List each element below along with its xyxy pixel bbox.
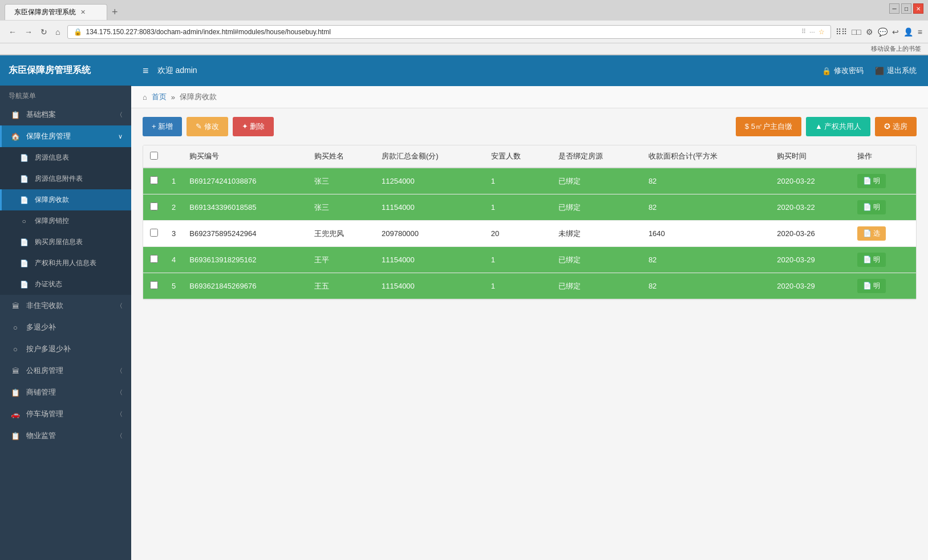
row-id: B691274241038876: [183, 168, 307, 194]
sidebar-item-cert-status[interactable]: 📄 办证状态: [0, 274, 131, 295]
logout-btn[interactable]: ⬛ 退出系统: [875, 66, 917, 76]
house-info-icon: 📄: [19, 154, 29, 162]
row-action-cell: 📄 明: [850, 194, 916, 221]
buy-house-icon: 📄: [19, 238, 29, 246]
minimize-btn[interactable]: ─: [889, 3, 899, 14]
maximize-btn[interactable]: □: [901, 3, 911, 14]
btn-select[interactable]: ✪ 选房: [875, 117, 917, 136]
sidebar-item-buy-house[interactable]: 📄 购买房屋信息表: [0, 232, 131, 253]
sidebar-item-property-share[interactable]: 📄 产权和共用人信息表: [0, 253, 131, 274]
sidebar-label-property-share: 产权和共用人信息表: [35, 258, 96, 268]
row-bound: 已绑定: [552, 273, 642, 299]
row-count: 1: [484, 194, 552, 221]
back-btn[interactable]: ←: [6, 26, 19, 38]
property-monitor-icon: 📋: [10, 432, 21, 440]
row-checkbox[interactable]: [150, 176, 158, 184]
delete-btn[interactable]: ✦ 删除: [233, 117, 274, 136]
url-text: 134.175.150.227:8083/docham-admin/index.…: [86, 28, 797, 36]
tab-title: 东臣保障房管理系统: [14, 7, 76, 17]
forward-btn[interactable]: →: [22, 26, 35, 38]
housing-submenu: 📄 房源信息表 📄 房源信息附件表 📄 保障房收款 ○ 保障房销控 📄 购买房屋…: [0, 147, 131, 295]
sidebar-item-house-payment[interactable]: 📄 保障房收款: [0, 189, 131, 210]
select-all-checkbox[interactable]: [150, 152, 158, 160]
row-checkbox[interactable]: [150, 229, 158, 237]
house-payment-icon: 📄: [19, 196, 29, 204]
row-area: 82: [642, 273, 770, 299]
row-num: 3: [165, 221, 183, 247]
menu-icon: ≡: [918, 27, 922, 36]
col-header-action: 操作: [850, 145, 916, 168]
sidebar-item-public-rental[interactable]: 🏛 公租房管理 〈: [0, 360, 131, 382]
col-header-amount: 房款汇总金额(分): [375, 145, 484, 168]
col-header-area: 收款面积合计(平方米: [642, 145, 770, 168]
sidebar-item-refund-per[interactable]: ○ 按户多退少补: [0, 338, 131, 360]
tools-icon: ⚙: [866, 27, 873, 36]
row-area: 82: [642, 247, 770, 273]
home-btn[interactable]: ⌂: [52, 26, 63, 38]
sidebar-label-refund: 多退少补: [26, 322, 56, 332]
menu-toggle-btn[interactable]: ≡: [143, 65, 149, 77]
edit-btn[interactable]: ✎ 修改: [187, 117, 228, 136]
property-share-icon: 📄: [19, 259, 29, 267]
sidebar-item-shop-mgmt[interactable]: 📋 商铺管理 〈: [0, 382, 131, 403]
basic-files-icon: 📋: [10, 111, 21, 119]
browser-tab[interactable]: 东臣保障房管理系统 ✕: [5, 4, 107, 20]
sidebar-item-house-info-attach[interactable]: 📄 房源信息附件表: [0, 168, 131, 189]
sidebar-item-house-info[interactable]: 📄 房源信息表: [0, 147, 131, 168]
sidebar-label-buy-house: 购买房屋信息表: [35, 237, 83, 247]
non-residential-icon: 🏛: [10, 302, 21, 310]
row-num: 5: [165, 273, 183, 299]
row-bound: 已绑定: [552, 168, 642, 194]
logout-icon: ⬛: [875, 67, 884, 75]
row-action-btn[interactable]: 📄 选: [857, 226, 886, 241]
refund-icon: ○: [10, 323, 21, 332]
add-btn[interactable]: + 新增: [143, 117, 182, 136]
brand-title: 东臣保障房管理系统: [0, 55, 131, 86]
row-checkbox-cell: [143, 273, 165, 299]
user-icon: 👤: [903, 27, 913, 36]
change-password-btn[interactable]: 🔒 修改密码: [822, 66, 864, 76]
row-action-btn[interactable]: 📄 明: [857, 253, 886, 267]
refresh-btn[interactable]: ↻: [38, 26, 50, 38]
sidebar-item-parking-mgmt[interactable]: 🚗 停车场管理 〈: [0, 403, 131, 425]
close-btn[interactable]: ✕: [913, 3, 923, 14]
row-checkbox[interactable]: [150, 202, 158, 210]
row-date: 2020-03-29: [770, 247, 850, 273]
row-date: 2020-03-29: [770, 273, 850, 299]
row-id: B693621845269676: [183, 273, 307, 299]
arrow-icon-6: 〈: [116, 432, 123, 440]
btn-5m[interactable]: $ 5㎡户主自缴: [736, 117, 801, 136]
row-amount: 209780000: [375, 221, 484, 247]
btn-share[interactable]: ▲ 产权共用人: [806, 117, 870, 136]
row-name: 王兜兜风: [307, 221, 375, 247]
row-checkbox-cell: [143, 194, 165, 221]
row-num: 1: [165, 168, 183, 194]
row-checkbox-cell: [143, 247, 165, 273]
main-content: ≡ 欢迎 admin 🔒 修改密码 ⬛ 退出系统 ⌂ 首页 » 保障房收款: [131, 55, 928, 560]
sidebar-item-non-residential[interactable]: 🏛 非住宅收款 〈: [0, 295, 131, 316]
col-header-bound: 是否绑定房源: [552, 145, 642, 168]
sidebar-item-basic-files[interactable]: 📋 基础档案 〈: [0, 104, 131, 125]
sidebar-item-refund[interactable]: ○ 多退少补: [0, 316, 131, 338]
house-info-attach-icon: 📄: [19, 175, 29, 183]
breadcrumb-home[interactable]: 首页: [152, 92, 167, 102]
sidebar-item-property-monitor[interactable]: 📋 物业监管 〈: [0, 425, 131, 447]
row-count: 1: [484, 247, 552, 273]
sidebar: 东臣保障房管理系统 导航菜单 📋 基础档案 〈 🏠 保障住房管理 ∨ 📄 房源信…: [0, 55, 131, 560]
row-action-btn[interactable]: 📄 明: [857, 200, 886, 214]
new-tab-btn[interactable]: +: [107, 6, 123, 18]
row-checkbox[interactable]: [150, 281, 158, 289]
row-bound: 未绑定: [552, 221, 642, 247]
logout-label: 退出系统: [887, 66, 917, 76]
arrow-icon-5: 〈: [116, 410, 123, 419]
housing-mgmt-icon: 🏠: [10, 132, 21, 141]
sidebar-item-house-sales[interactable]: ○ 保障房销控: [0, 210, 131, 232]
row-action-btn[interactable]: 📄 明: [857, 279, 886, 293]
sidebar-item-housing-mgmt[interactable]: 🏠 保障住房管理 ∨: [0, 125, 131, 147]
address-bar[interactable]: 🔒 134.175.150.227:8083/docham-admin/inde…: [67, 25, 830, 39]
row-num: 2: [165, 194, 183, 221]
row-name: 王五: [307, 273, 375, 299]
row-action-btn[interactable]: 📄 明: [857, 174, 886, 188]
row-checkbox[interactable]: [150, 255, 158, 263]
tab-close-btn[interactable]: ✕: [80, 9, 86, 16]
